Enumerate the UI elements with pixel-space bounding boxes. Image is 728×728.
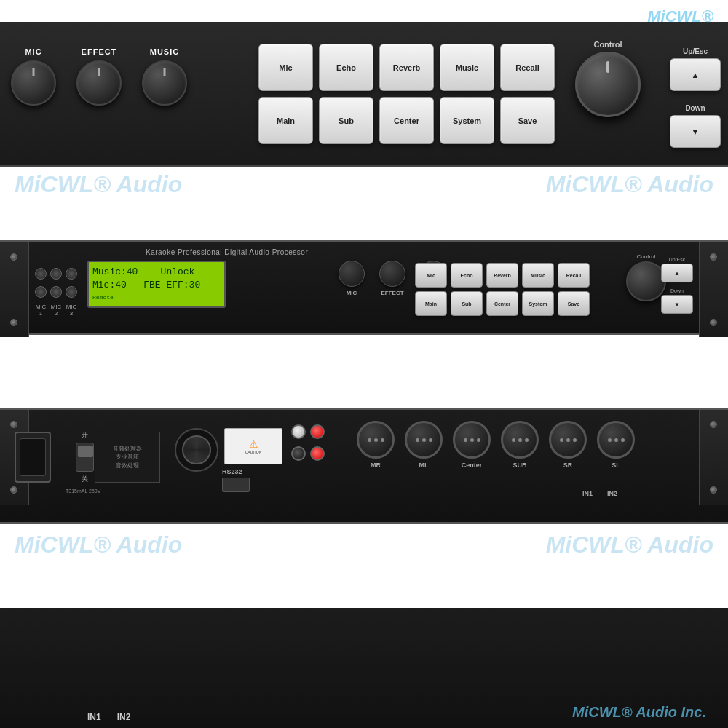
remote-label: Remote bbox=[92, 293, 221, 301]
rca-red-1[interactable] bbox=[310, 424, 325, 439]
rca-black-1[interactable] bbox=[291, 446, 306, 461]
jacks-area: MIC 1 MIC 2 MIC 3 bbox=[35, 268, 77, 317]
jack-3[interactable] bbox=[66, 268, 77, 280]
mic-knob[interactable] bbox=[11, 60, 56, 106]
rs232-label: RS232 bbox=[222, 468, 242, 475]
back-rack-ear-right bbox=[699, 410, 728, 505]
back-screw-bl bbox=[10, 486, 17, 494]
control-knob[interactable] bbox=[575, 52, 641, 117]
jack-1[interactable] bbox=[35, 268, 47, 280]
xlr-sl-label: SL bbox=[612, 462, 620, 469]
caution-sticker: ⚠ CAUTION bbox=[224, 428, 282, 464]
rack-effect-knob[interactable] bbox=[379, 261, 405, 287]
btn-system[interactable]: System bbox=[440, 97, 494, 144]
rack-btn-center[interactable]: Center bbox=[486, 291, 518, 316]
xlr-mr-label: MR bbox=[371, 462, 381, 469]
rack-btn-reverb[interactable]: Reverb bbox=[486, 263, 518, 288]
down-label: Down bbox=[685, 104, 705, 112]
mic3-label: MIC 3 bbox=[66, 304, 77, 317]
xlr-center-body[interactable] bbox=[453, 421, 491, 459]
btn-mic[interactable]: Mic bbox=[258, 44, 313, 91]
rca-labels: IN1 IN2 bbox=[582, 490, 617, 497]
mic-knob-group: MIC bbox=[11, 47, 56, 106]
rack-btn-music[interactable]: Music bbox=[522, 263, 554, 288]
rs232-port[interactable] bbox=[222, 478, 250, 492]
xlr-sub-body[interactable] bbox=[501, 421, 539, 459]
effect-knob[interactable] bbox=[76, 60, 122, 106]
effect-knob-group: EFFECT bbox=[76, 47, 122, 106]
xlr-mr-body[interactable] bbox=[357, 421, 395, 459]
btn-recall[interactable]: Recall bbox=[500, 44, 555, 91]
chinese-label: 音频处理器专业音箱音效处理 bbox=[95, 432, 160, 483]
music-knob-label: MUSIC bbox=[150, 47, 179, 56]
btn-echo[interactable]: Echo bbox=[319, 44, 373, 91]
rack-btn-system[interactable]: System bbox=[522, 291, 554, 316]
xlr-ml-label: ML bbox=[419, 462, 429, 469]
jack-4[interactable] bbox=[35, 286, 47, 298]
white-separator-2 bbox=[0, 335, 728, 408]
xlr-sr: SR bbox=[549, 421, 587, 469]
rack-btn-recall[interactable]: Recall bbox=[558, 263, 590, 288]
fuse-label: T315mAL 250V~ bbox=[66, 488, 103, 494]
xlr-sub: SUB bbox=[501, 421, 539, 469]
rca-white-1[interactable] bbox=[291, 424, 306, 439]
down-button[interactable]: ▼ bbox=[670, 115, 721, 148]
white-separator-1 bbox=[0, 167, 728, 240]
chinese-text: 音频处理器专业音箱音效处理 bbox=[113, 445, 142, 470]
music-knob[interactable] bbox=[142, 60, 187, 106]
rack-panel: Karaoke Professional Digital Audio Proce… bbox=[0, 240, 728, 335]
back-screw-tl bbox=[10, 421, 17, 428]
xlr-center-label: Center bbox=[462, 462, 483, 469]
btn-save[interactable]: Save bbox=[500, 97, 555, 144]
xlr-sr-body[interactable] bbox=[549, 421, 587, 459]
caution-icon: ⚠ bbox=[249, 438, 258, 450]
btn-center[interactable]: Center bbox=[379, 97, 434, 144]
upesc-label: Up/Esc bbox=[683, 47, 708, 55]
side-buttons-area: Up/Esc ▲ Down ▼ bbox=[670, 47, 721, 148]
rack-upesc-btn[interactable]: ▲ bbox=[661, 264, 693, 282]
in1-label: IN1 bbox=[582, 490, 593, 497]
power-switch[interactable] bbox=[76, 443, 94, 472]
rack-btn-sub[interactable]: Sub bbox=[451, 291, 483, 316]
xlr-sr-label: SR bbox=[563, 462, 573, 469]
fan-blades bbox=[182, 435, 211, 464]
rack-upesc-group: Up/Esc ▲ bbox=[661, 257, 693, 282]
rca-red-2[interactable] bbox=[310, 446, 325, 461]
xlr-ml: ML bbox=[405, 421, 443, 469]
top-knobs-area: MIC EFFECT MUSIC bbox=[11, 47, 187, 106]
switch-lever bbox=[78, 446, 93, 457]
btn-reverb[interactable]: Reverb bbox=[379, 44, 434, 91]
closeup-in2-label: IN2 bbox=[117, 712, 131, 722]
xlr-ml-body[interactable] bbox=[405, 421, 443, 459]
jack-2[interactable] bbox=[50, 268, 62, 280]
rack-mic-label: MIC bbox=[347, 290, 357, 296]
rack-title: Karaoke Professional Digital Audio Proce… bbox=[146, 248, 308, 256]
jack-5[interactable] bbox=[50, 286, 62, 298]
screw-tr bbox=[710, 253, 717, 261]
upesc-button[interactable]: ▲ bbox=[670, 58, 721, 91]
rack-mic-knob[interactable] bbox=[339, 261, 365, 287]
xlr-sl-body[interactable] bbox=[597, 421, 635, 459]
down-group: Down ▼ bbox=[670, 104, 721, 148]
rack-side-buttons: Up/Esc ▲ Down ▼ bbox=[661, 257, 693, 314]
top-panel: MIC EFFECT MUSIC Mic Echo Reverb Music R… bbox=[0, 22, 728, 167]
power-off-label: 关 bbox=[82, 475, 88, 484]
brand-bottom: MiCWL® Audio Inc. bbox=[572, 704, 706, 721]
btn-sub[interactable]: Sub bbox=[319, 97, 373, 144]
mic2-label: MIC 2 bbox=[50, 304, 62, 317]
rca-inputs-area: IN1 IN2 bbox=[291, 424, 325, 461]
rack-btn-save[interactable]: Save bbox=[558, 291, 590, 316]
rack-btn-echo[interactable]: Echo bbox=[451, 263, 483, 288]
control-knob-area: Control bbox=[575, 40, 641, 117]
btn-main[interactable]: Main bbox=[258, 97, 313, 144]
back-panel: 开 关 T315mAL 250V~ 音频处理器专业音箱音效处理 ⚠ CAUTIO… bbox=[0, 408, 728, 524]
fan-area bbox=[175, 428, 218, 472]
rack-down-label: Down bbox=[670, 288, 684, 293]
rack-ctrl-knob[interactable] bbox=[626, 261, 666, 301]
jack-6[interactable] bbox=[66, 286, 77, 298]
lcd-line1: Music:40 Unlock bbox=[92, 266, 221, 279]
rack-down-btn[interactable]: ▼ bbox=[661, 295, 693, 314]
btn-music[interactable]: Music bbox=[440, 44, 494, 91]
rack-btn-main[interactable]: Main bbox=[415, 291, 447, 316]
rack-btn-mic[interactable]: Mic bbox=[415, 263, 447, 288]
